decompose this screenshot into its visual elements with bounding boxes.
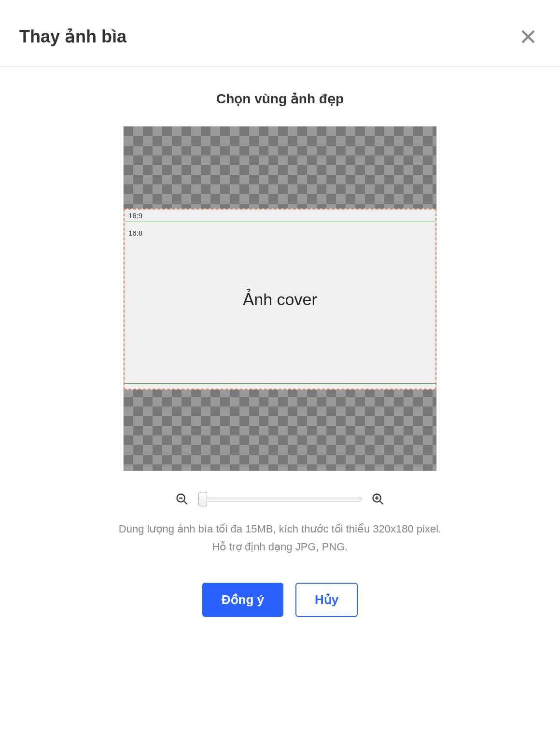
- crop-selection[interactable]: 16:9 16:8 Ảnh cover: [124, 209, 436, 390]
- svg-line-6: [380, 501, 383, 504]
- hint-line-2: Hỗ trợ định dạng JPG, PNG.: [119, 538, 441, 556]
- change-cover-dialog: Thay ảnh bìa Chọn vùng ảnh đẹp 16:9 16:8…: [0, 0, 560, 742]
- ratio-label-168: 16:8: [128, 229, 142, 237]
- zoom-in-button[interactable]: [369, 490, 387, 508]
- zoom-slider[interactable]: [198, 497, 362, 502]
- crop-canvas[interactable]: 16:9 16:8 Ảnh cover: [123, 126, 437, 471]
- action-buttons: Đồng ý Hủy: [202, 583, 358, 617]
- svg-line-3: [184, 501, 187, 504]
- zoom-slider-wrapper: [198, 491, 362, 507]
- guide-line-top: [125, 222, 435, 222]
- zoom-out-icon: [175, 492, 189, 506]
- zoom-controls: [173, 490, 387, 508]
- dialog-title: Thay ảnh bìa: [19, 27, 126, 47]
- hint-line-1: Dung lượng ảnh bìa tối đa 15MB, kích thư…: [119, 520, 441, 538]
- zoom-in-icon: [371, 492, 385, 506]
- close-icon: [519, 28, 537, 45]
- cover-placeholder-text: Ảnh cover: [243, 290, 317, 309]
- ok-button[interactable]: Đồng ý: [202, 583, 283, 617]
- close-button[interactable]: [516, 24, 541, 49]
- crop-subtitle: Chọn vùng ảnh đẹp: [216, 91, 344, 107]
- dialog-header: Thay ảnh bìa: [0, 0, 560, 67]
- zoom-out-button[interactable]: [173, 490, 191, 508]
- ratio-label-169: 16:9: [128, 211, 142, 220]
- hint-text: Dung lượng ảnh bìa tối đa 15MB, kích thư…: [119, 520, 441, 556]
- dialog-content: Chọn vùng ảnh đẹp 16:9 16:8 Ảnh cover: [0, 67, 560, 742]
- guide-line-bottom: [125, 383, 435, 384]
- cancel-button[interactable]: Hủy: [295, 583, 358, 617]
